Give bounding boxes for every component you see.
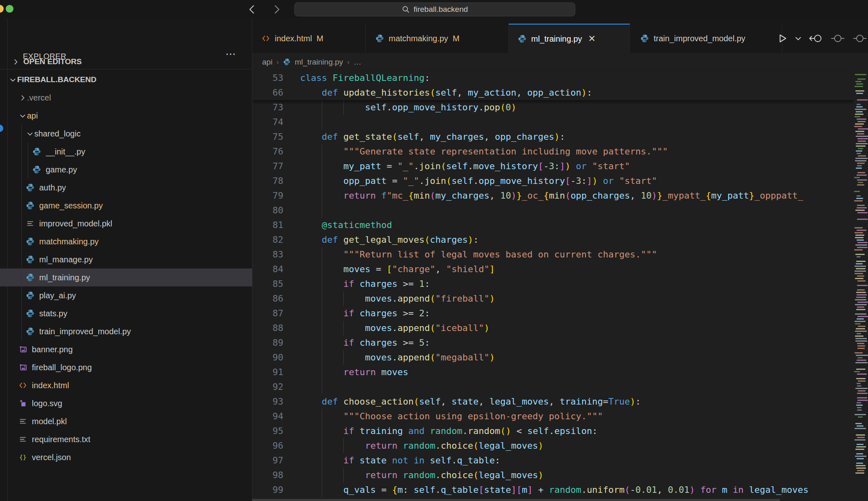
outline-circle-icon[interactable] xyxy=(830,32,846,45)
code-line-93[interactable]: 93 def choose_action(self, state, legal_… xyxy=(252,394,868,409)
code-line-97[interactable]: 97 if state not in self.q_table: xyxy=(252,453,868,468)
code-line-77[interactable]: 77 my_patt = "_".join(self.move_history[… xyxy=(252,159,868,174)
code-text: moves.append("megaball") xyxy=(300,350,495,365)
code-line-76[interactable]: 76 """Generate state representation incl… xyxy=(252,144,868,159)
line-number: 81 xyxy=(252,218,283,233)
line-number: 76 xyxy=(252,144,283,159)
code-line-95[interactable]: 95 if training and random.random() < sel… xyxy=(252,424,868,438)
breadcrumb-separator-icon: › xyxy=(276,58,279,66)
code-text: moves.append("fireball") xyxy=(300,291,495,306)
horizontal-scrollbar[interactable] xyxy=(252,499,780,501)
breadcrumb-segment[interactable]: api xyxy=(262,58,272,67)
close-icon[interactable]: ✕ xyxy=(588,34,596,44)
tree-item-logo-svg[interactable]: logo.svg xyxy=(0,394,270,412)
tree-item-banner-png[interactable]: banner.png xyxy=(0,340,270,358)
run-dropdown-icon[interactable] xyxy=(795,35,802,42)
line-number: 89 xyxy=(252,335,283,350)
indent-guide xyxy=(21,124,22,340)
tree-item-game-session-py[interactable]: game_session.pyM xyxy=(0,197,277,215)
python-icon xyxy=(25,291,35,300)
code-line-82[interactable]: 82 def get_legal_moves(charges): xyxy=(252,233,868,247)
tree-item-shared-logic[interactable]: shared_logic xyxy=(0,125,277,143)
tree-item-improved-model-pkl[interactable]: improved_model.pkl xyxy=(0,215,277,233)
code-line-94[interactable]: 94 """Choose action using epsilon-greedy… xyxy=(252,409,868,424)
code-editor[interactable]: api›ml_training.py›… 53class FireballQLe… xyxy=(252,53,868,501)
tab-index-html[interactable]: index.htmlM xyxy=(252,24,366,53)
code-text: if charges >= 2: xyxy=(300,306,430,321)
forward-arrow-icon[interactable] xyxy=(269,2,283,16)
tab-label: train_improved_model.py xyxy=(654,34,746,43)
tree-item-api[interactable]: api xyxy=(0,107,270,125)
code-line-83[interactable]: 83 """Return list of legal moves based o… xyxy=(252,247,868,262)
tree-item-label: train_improved_model.py xyxy=(39,327,131,336)
tree-item-matchmaking-py[interactable]: matchmaking.pyM xyxy=(0,233,277,250)
code-line-98[interactable]: 98 return random.choice(legal_moves) xyxy=(252,468,868,483)
tree-item-ml-manage-py[interactable]: ml_manage.py xyxy=(0,250,277,268)
open-changes-icon[interactable] xyxy=(808,32,824,45)
line-number: 99 xyxy=(252,483,283,497)
line-number: 96 xyxy=(252,438,283,453)
tree-item--vercel[interactable]: .vercel xyxy=(0,89,270,107)
code-line-96[interactable]: 96 return random.choice(legal_moves) xyxy=(252,438,868,453)
chevron-right-icon xyxy=(12,58,19,65)
command-center-search[interactable]: fireball.backend xyxy=(294,2,575,16)
breadcrumb-segment[interactable]: ml_training.py xyxy=(295,58,343,67)
line-number: 92 xyxy=(252,380,283,394)
code-line-87[interactable]: 87 if charges >= 2: xyxy=(252,306,868,321)
tab-ml-training-py[interactable]: ml_training.py✕ xyxy=(509,24,630,53)
code-text: q_vals = {m: self.q_table[state][m] + ra… xyxy=(300,483,808,497)
tree-item-train-improved-model-py[interactable]: train_improved_model.py xyxy=(0,322,277,340)
tree-item-label: auth.py xyxy=(39,183,66,192)
code-line-89[interactable]: 89 if charges >= 5: xyxy=(252,335,868,350)
code-line-90[interactable]: 90 moves.append("megaball") xyxy=(252,350,868,365)
sticky-scroll: 53class FireballQLearning:66 def update_… xyxy=(252,71,868,100)
code-line-74[interactable]: 74 xyxy=(252,115,868,130)
tree-item-index-html[interactable]: index.htmlM xyxy=(0,376,270,394)
code-line-53[interactable]: 53class FireballQLearning: xyxy=(252,71,868,85)
code-line-91[interactable]: 91 return moves xyxy=(252,365,868,380)
code-line-79[interactable]: 79 return f"mc_{min(my_charges, 10)}_oc_… xyxy=(252,188,868,203)
line-number: 79 xyxy=(252,188,283,203)
code-line-84[interactable]: 84 moves = ["charge", "shield"] xyxy=(252,262,868,277)
tree-item-vercel-json[interactable]: {}vercel.json xyxy=(0,448,270,466)
code-line-80[interactable]: 80 xyxy=(252,203,868,218)
code-line-85[interactable]: 85 if charges >= 1: xyxy=(252,277,868,291)
code-text: class FireballQLearning: xyxy=(300,71,430,85)
zoom-traffic-light[interactable] xyxy=(6,5,13,13)
tree-item-play-ai-py[interactable]: play_ai.py xyxy=(0,286,277,304)
tab-matchmaking-py[interactable]: matchmaking.pyM xyxy=(366,24,509,53)
open-editors-section[interactable]: OPEN EDITORS xyxy=(0,54,264,70)
code-line-66[interactable]: 66 def update_histories(self, my_action,… xyxy=(252,85,868,100)
code-line-88[interactable]: 88 moves.append("iceball") xyxy=(252,321,868,335)
tree-item-stats-py[interactable]: stats.py xyxy=(0,304,277,322)
tree-item--init-py[interactable]: __init__.py xyxy=(0,143,284,161)
back-arrow-icon[interactable] xyxy=(245,2,259,16)
code-line-78[interactable]: 78 opp_patt = "_".join(self.opp_move_his… xyxy=(252,174,868,188)
tree-item-requirements-txt[interactable]: requirements.txt xyxy=(0,430,270,448)
code-line-99[interactable]: 99 q_vals = {m: self.q_table[state][m] +… xyxy=(252,483,868,497)
python-icon xyxy=(640,34,649,43)
tree-item-game-py[interactable]: game.py xyxy=(0,161,284,179)
tree-item-ml-training-py[interactable]: ml_training.py xyxy=(0,268,277,286)
breadcrumb-segment[interactable]: … xyxy=(354,58,361,67)
code-text: self.opp_move_history.pop(0) xyxy=(300,100,516,115)
file-lines-icon xyxy=(25,219,35,228)
code-line-73[interactable]: 73 self.opp_move_history.pop(0) xyxy=(252,100,868,115)
code-area[interactable]: 53class FireballQLearning:66 def update_… xyxy=(252,71,868,501)
code-line-92[interactable]: 92 xyxy=(252,380,868,394)
run-python-file-icon[interactable] xyxy=(776,32,789,45)
code-line-81[interactable]: 81 @staticmethod xyxy=(252,218,868,233)
outline-circle-icon[interactable] xyxy=(852,32,868,45)
code-text: if state not in self.q_table: xyxy=(300,453,500,468)
tab-train-improved-model-py[interactable]: train_improved_model.py xyxy=(631,24,782,53)
tree-item-auth-py[interactable]: auth.py xyxy=(0,179,277,197)
tree-item-model-pkl[interactable]: model.pkl xyxy=(0,412,270,430)
line-number: 93 xyxy=(252,394,283,409)
code-line-75[interactable]: 75 def get_state(self, my_charges, opp_c… xyxy=(252,130,868,144)
line-number: 91 xyxy=(252,365,283,380)
tree-item-fireball-logo-png[interactable]: fireball_logo.png xyxy=(0,358,270,376)
minimap[interactable] xyxy=(853,70,868,501)
minimize-traffic-light[interactable] xyxy=(0,5,4,13)
workspace-root-row[interactable]: FIREBALL.BACKEND xyxy=(0,71,260,89)
code-line-86[interactable]: 86 moves.append("fireball") xyxy=(252,291,868,306)
